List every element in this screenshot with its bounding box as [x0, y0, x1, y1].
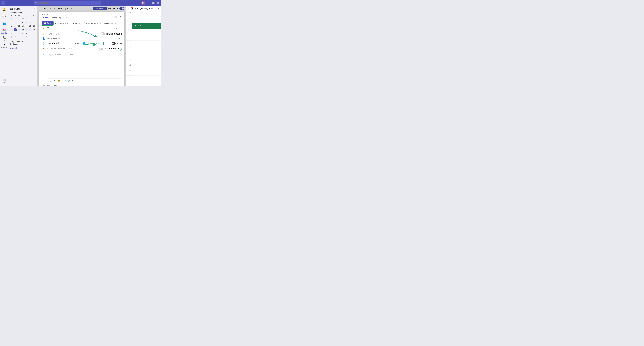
save-button[interactable]: 💾 Save — [42, 21, 53, 25]
sidebar-item-more[interactable]: ··· — [1, 71, 7, 77]
mini-cal-day[interactable]: 8 — [28, 21, 32, 24]
mini-cal-day[interactable]: 8 — [28, 35, 32, 39]
mini-cal-day[interactable]: 30 — [21, 17, 24, 20]
right-slot[interactable] — [132, 40, 161, 46]
back-button[interactable]: ← — [6, 1, 10, 5]
mini-cal-day[interactable]: 3 — [10, 35, 13, 39]
categorise-button[interactable]: 🏷 Categorise ⌄ — [103, 22, 117, 25]
mini-cal-next[interactable]: ⇩ — [34, 12, 36, 14]
right-slot[interactable] — [132, 17, 161, 23]
mini-cal-day[interactable]: 19 — [18, 28, 21, 31]
maximize-button[interactable]: ⬜ — [151, 1, 156, 4]
right-calendar-event[interactable]: 14:00 - 14:30 — [132, 23, 161, 29]
expand-toolbar-button[interactable]: ⌄ — [119, 26, 122, 29]
mini-cal-day[interactable]: 6 — [21, 21, 24, 24]
mini-cal-day[interactable]: 15 — [28, 24, 32, 28]
mini-cal-day[interactable]: 28 — [14, 17, 17, 20]
mini-cal-day[interactable]: 9 — [32, 21, 36, 24]
sidebar-item-calendar[interactable]: 📅 Calendar — [1, 28, 7, 34]
mini-cal-day[interactable]: 4 — [14, 21, 17, 24]
expand-modal-button[interactable]: ⬜ — [114, 15, 118, 18]
my-calendars-header[interactable]: ⌄ My calendars — [10, 40, 36, 42]
teams-toggle-switch[interactable] — [100, 32, 105, 35]
right-slot[interactable] — [132, 46, 161, 52]
collapse-panel-button[interactable]: ❮ — [33, 7, 36, 10]
mini-cal-day[interactable]: 24 — [10, 32, 13, 35]
more-toolbar-options-button[interactable]: ⋮ — [115, 26, 118, 29]
mini-cal-day[interactable]: 1 — [28, 17, 32, 20]
mini-cal-day[interactable]: 7 — [25, 35, 28, 39]
right-slot[interactable] — [132, 52, 161, 58]
mini-cal-day[interactable]: 11 — [14, 24, 17, 28]
mini-cal-day[interactable]: 27 — [10, 17, 13, 20]
mini-cal-prev[interactable]: ⇧ — [32, 12, 34, 14]
busy-button[interactable]: ● Busy ⌄ — [72, 22, 81, 25]
mini-cal-day[interactable]: 7 — [25, 21, 28, 24]
attach-icon[interactable]: 📎⌄ — [48, 79, 53, 82]
mini-cal-day[interactable]: 2 — [32, 32, 36, 35]
right-slot[interactable] — [132, 29, 161, 35]
mini-cal-day[interactable]: 12 — [18, 24, 21, 28]
response-options-button[interactable]: ⇄ Response options — [54, 22, 71, 25]
mini-cal-today[interactable]: 18 — [14, 28, 17, 31]
show-all-button[interactable]: Show all — [8, 46, 37, 50]
sidebar-item-apps[interactable]: ⬜ Apps — [1, 78, 7, 84]
link-icon[interactable]: 🔗 — [68, 79, 70, 82]
location-input[interactable] — [47, 48, 96, 50]
mini-cal-day[interactable]: 28 — [25, 32, 28, 35]
right-date-dropdown[interactable]: ⌄ — [153, 7, 156, 10]
mini-cal-day[interactable]: 22 — [28, 28, 32, 31]
description-input[interactable]: Type / to insert files and more — [47, 52, 122, 78]
image-icon[interactable]: 🖼 — [54, 79, 56, 82]
mini-cal-day[interactable]: 21 — [25, 28, 28, 31]
timezone-button[interactable]: 🌐 — [83, 42, 86, 45]
mini-cal-day[interactable]: 26 — [18, 32, 21, 35]
calendar-item[interactable]: Calendar — [10, 42, 36, 46]
end-time-picker[interactable]: 14:30 ⌄ — [73, 42, 82, 45]
sidebar-item-calls[interactable]: 📞 Calls — [1, 35, 7, 41]
emoji-icon[interactable]: 😊 — [58, 79, 60, 82]
all-day-toggle[interactable] — [112, 42, 116, 45]
mini-cal-day[interactable]: 27 — [21, 32, 24, 35]
right-slot[interactable] — [132, 64, 161, 70]
sidebar-item-teams[interactable]: 👥 Teams — [1, 21, 7, 27]
mini-cal-day[interactable]: 9 — [32, 35, 36, 39]
right-next-button[interactable]: › — [134, 7, 136, 10]
forward-button[interactable]: → — [10, 1, 14, 5]
right-slot[interactable] — [132, 35, 161, 40]
mini-cal-day[interactable]: 1 — [28, 32, 32, 35]
right-prev-button[interactable]: ‹ — [128, 7, 130, 10]
mini-cal-day[interactable]: 4 — [14, 35, 17, 39]
mini-cal-day[interactable]: 14 — [25, 24, 28, 28]
mini-cal-day[interactable]: 25 — [14, 32, 17, 35]
mini-cal-day[interactable]: 17 — [10, 28, 13, 31]
sidebar-item-activity[interactable]: 🔔 Activity — [1, 7, 7, 13]
make-recurring-button[interactable]: ↺ Make recurring — [86, 42, 104, 45]
right-expand-button[interactable]: ↗ — [158, 7, 159, 10]
tab-scheduling-assistant[interactable]: Scheduling Assistant — [50, 15, 71, 20]
close-modal-button[interactable]: ✕ — [119, 15, 122, 18]
agenda-input[interactable] — [47, 84, 122, 87]
mini-cal-day[interactable]: 5 — [18, 21, 21, 24]
highlight-icon[interactable]: ✏ — [65, 79, 66, 82]
in-person-toggle[interactable]: In-person event — [98, 47, 122, 51]
right-slot[interactable] — [132, 70, 161, 76]
more-desc-icon[interactable]: ■ — [72, 79, 73, 82]
date-picker[interactable]: 18/02/2025 📅 — [46, 42, 61, 45]
search-input[interactable] — [38, 2, 100, 4]
mini-cal-day[interactable]: 10 — [10, 24, 13, 28]
right-day-icon[interactable]: 📅 — [130, 7, 134, 10]
mini-cal-day[interactable]: 6 — [21, 35, 24, 39]
start-time-picker[interactable]: 14:00 ⌄ — [62, 42, 70, 45]
close-button[interactable]: ✕ — [156, 1, 160, 4]
reminder-button[interactable]: 🕐 15 minutes before ⌄ — [82, 22, 102, 25]
tab-event[interactable]: Event — [42, 15, 50, 20]
mini-cal-day[interactable]: 5 — [18, 35, 21, 39]
mini-cal-day[interactable]: 23 — [32, 28, 36, 31]
optional-button[interactable]: Optional — [112, 37, 122, 40]
sidebar-item-chat[interactable]: 💬 Chat — [1, 14, 7, 20]
right-slot[interactable] — [132, 11, 161, 17]
right-slot[interactable] — [132, 58, 161, 64]
mini-cal-day[interactable]: 31 — [25, 17, 28, 20]
mini-cal-day[interactable]: 2 — [32, 17, 36, 20]
